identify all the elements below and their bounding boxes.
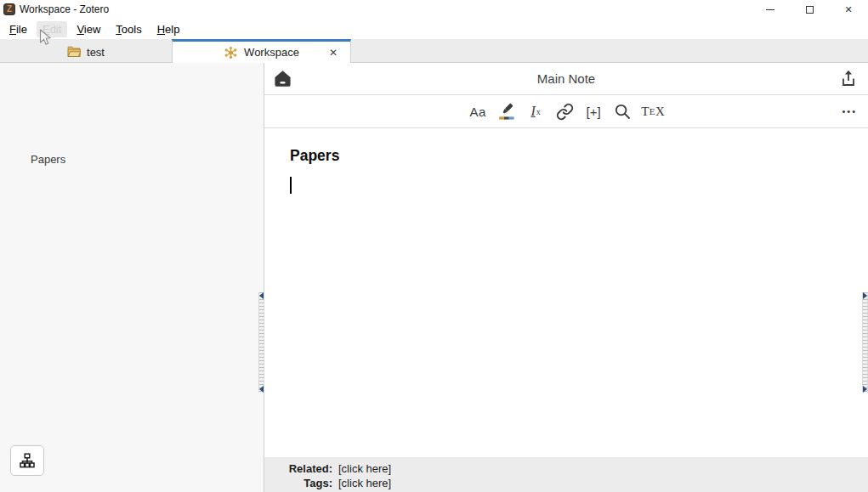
tab-close-icon[interactable]: ✕ bbox=[326, 46, 340, 59]
export-button[interactable] bbox=[840, 70, 857, 88]
insert-citation-button[interactable]: [+] bbox=[583, 100, 604, 122]
text-caret bbox=[290, 177, 292, 194]
menu-file[interactable]: File bbox=[3, 21, 33, 37]
tab-label: Workspace bbox=[244, 46, 299, 59]
sidebar-item-papers[interactable]: Papers bbox=[31, 153, 65, 166]
note-header: Main Note bbox=[264, 63, 868, 95]
note-heading: Papers bbox=[290, 147, 842, 165]
title-bar: Z Workspace - Zotero ✕ bbox=[0, 0, 868, 19]
tab-label: test bbox=[87, 46, 105, 59]
collapse-right-icon bbox=[863, 386, 867, 393]
text-format-button[interactable]: Aa bbox=[468, 100, 488, 122]
menu-view[interactable]: View bbox=[71, 21, 106, 37]
note-panel: Main Note Aa bbox=[264, 63, 868, 492]
menu-edit[interactable]: Edit bbox=[37, 21, 67, 37]
tags-label: Tags: bbox=[278, 477, 332, 489]
highlighter-icon bbox=[496, 101, 517, 122]
maximize-button[interactable] bbox=[790, 0, 829, 19]
close-icon: ✕ bbox=[844, 5, 852, 14]
sitemap-icon bbox=[18, 452, 37, 469]
tab-workspace[interactable]: Workspace ✕ bbox=[172, 39, 351, 63]
tags-value[interactable]: [click here] bbox=[338, 477, 868, 489]
note-footer: Related: [click here] Tags: [click here] bbox=[264, 457, 868, 492]
window-controls: ✕ bbox=[751, 0, 868, 19]
export-icon bbox=[840, 70, 857, 88]
workspace-sidebar: Papers bbox=[0, 63, 264, 492]
highlighter-button[interactable] bbox=[496, 100, 517, 122]
home-button[interactable] bbox=[273, 70, 292, 88]
clear-formatting-label: I bbox=[530, 104, 535, 119]
zotero-window: Z Workspace - Zotero ✕ File Edit View To… bbox=[0, 0, 868, 492]
note-editor[interactable]: Papers bbox=[264, 128, 868, 457]
collapse-right-icon bbox=[863, 292, 867, 299]
menu-tools[interactable]: Tools bbox=[110, 21, 147, 37]
zotero-app-icon: Z bbox=[3, 3, 15, 15]
menu-bar: File Edit View Tools Help bbox=[0, 19, 868, 39]
graph-view-button[interactable] bbox=[10, 445, 44, 476]
minimize-button[interactable] bbox=[751, 0, 790, 19]
content-area: Papers bbox=[0, 63, 868, 492]
more-options-button[interactable]: ••• bbox=[842, 106, 857, 116]
note-title: Main Note bbox=[264, 71, 868, 86]
related-label: Related: bbox=[278, 462, 332, 475]
workspace-graph-icon bbox=[224, 46, 238, 59]
search-icon bbox=[614, 103, 631, 120]
tab-test[interactable]: test bbox=[0, 39, 172, 62]
search-button[interactable] bbox=[612, 100, 633, 122]
collapse-left-icon bbox=[259, 386, 264, 393]
related-value[interactable]: [click here] bbox=[338, 462, 868, 475]
note-toolbar: Aa Ix bbox=[264, 95, 868, 128]
close-button[interactable]: ✕ bbox=[829, 0, 868, 19]
menu-help[interactable]: Help bbox=[151, 21, 186, 37]
link-icon bbox=[556, 103, 574, 121]
link-button[interactable] bbox=[554, 100, 575, 122]
sidebar-splitter[interactable] bbox=[258, 292, 264, 393]
collapse-left-icon bbox=[259, 292, 264, 299]
tab-bar: test bbox=[0, 39, 868, 63]
home-icon bbox=[273, 70, 292, 88]
folder-icon bbox=[67, 46, 81, 58]
clear-formatting-button[interactable]: Ix bbox=[525, 100, 546, 122]
window-title: Workspace - Zotero bbox=[20, 3, 109, 15]
maximize-icon bbox=[806, 6, 814, 14]
right-pane-splitter[interactable] bbox=[862, 292, 868, 393]
math-tex-button[interactable]: TEX bbox=[641, 100, 665, 122]
minimize-icon bbox=[766, 9, 774, 10]
